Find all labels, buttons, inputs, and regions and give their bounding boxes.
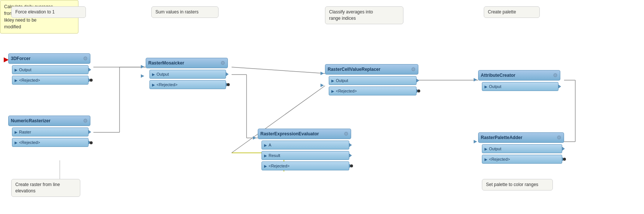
port-rasterexpression-rejected: ▶ <Rejected> [261,161,349,170]
gear-icon-rasterexpression[interactable]: ⚙ [344,131,349,137]
port-rastermosaicker-output: ▶ Output [149,70,226,79]
note-create-palette: Create palette [484,6,540,18]
left-arrow-mosaicker-mid: ▶ [141,73,144,78]
port-connector-right [416,78,419,83]
note-sum-values: Sum values in rasters [151,6,219,18]
dot-rasterexpression [350,164,353,167]
left-arrow-paletteadder: ▶ [474,139,477,144]
port-arrow-icon: ▶ [331,89,334,93]
gear-icon-3dforcer[interactable]: ⚙ [83,56,88,62]
port-arrow-icon: ▶ [152,72,155,76]
left-arrow-mosaicker-top: ▶ [141,64,144,69]
svg-line-4 [232,67,325,73]
port-arrow-icon: ▶ [15,130,18,134]
note-set-palette: Set palette to color ranges [482,179,553,191]
note-create-raster: Create raster from line elevations [11,179,80,197]
port-connector-right [558,84,561,89]
port-numericrasterizer-raster: ▶ Raster [12,128,89,136]
workflow-canvas: Force elevation to 1 Sum values in raste… [0,0,644,214]
dot-rasterpaletteadder [563,158,566,161]
port-arrow-icon: ▶ [484,85,487,89]
port-arrow-icon: ▶ [264,143,267,147]
port-connector-right [88,130,91,134]
transformer-rasterpaletteadder[interactable]: RasterPaletteAdder ⚙ [478,132,564,143]
port-arrow-icon: ▶ [264,154,267,158]
port-rastermosaicker-rejected: ▶ <Rejected> [149,80,226,89]
port-arrow-icon: ▶ [152,83,155,87]
dot-numericrasterizer [90,141,93,144]
port-arrow-icon: ▶ [264,164,267,168]
port-connector-right [226,72,229,76]
port-arrow-icon: ▶ [331,79,334,83]
port-connector-right [88,67,91,72]
port-rasterpaletteadder-rejected: ▶ <Rejected> [482,155,562,164]
left-arrow-attrcreator: ▶ [474,77,477,82]
transformer-attributecreator[interactable]: AttributeCreator ⚙ [478,70,560,81]
port-arrow-icon: ▶ [484,157,487,161]
gear-icon-attributecreator[interactable]: ⚙ [553,72,558,78]
port-arrow-icon: ▶ [15,78,18,82]
port-connector-right [349,153,352,158]
port-connector-right [562,147,565,151]
port-numericrasterizer-rejected: ▶ <Rejected> [12,138,89,147]
port-connector-right [349,143,352,147]
port-arrow-icon: ▶ [15,68,18,72]
port-rasterexpression-result: ▶ Result [261,151,349,160]
note-force-elevation: Force elevation to 1 [11,6,86,18]
transformer-rasterexpression[interactable]: RasterExpressionEvaluator ⚙ [258,129,351,139]
start-arrow-icon: ▶ [4,56,8,63]
port-arrow-icon: ▶ [15,141,18,145]
transformer-3dforcer[interactable]: 3DForcer ⚙ [8,53,90,64]
dot-3dforcer [90,79,93,82]
left-arrow-cellvalue-top: ▶ [321,70,324,76]
port-arrow-icon: ▶ [484,147,487,151]
left-arrow-expression-a: ▶ [253,135,256,140]
gear-icon-numericrasterizer[interactable]: ⚙ [83,118,88,124]
transformer-rastercellvalue[interactable]: RasterCellValueReplacer ⚙ [325,64,418,75]
gear-icon-rasterpaletteadder[interactable]: ⚙ [557,135,561,141]
port-3dforcer-rejected: ▶ <Rejected> [12,76,89,85]
port-rastercellvalue-rejected: ▶ <Rejected> [329,86,417,95]
transformer-numericrasterizer[interactable]: NumericRasterizer ⚙ [8,116,90,126]
dot-rastercellvalue [417,89,420,92]
port-attributecreator-output: ▶ Output [482,82,558,91]
port-3dforcer-output: ▶ Output [12,65,89,74]
port-rasterpaletteadder-output: ▶ Output [482,144,562,153]
dot-rastermosaicker [227,83,230,86]
transformer-rastermosaicker[interactable]: RasterMosaicker ⚙ [146,58,228,68]
port-rastercellvalue-output: ▶ Output [329,76,417,85]
gear-icon-rastermosaicker[interactable]: ⚙ [220,60,225,66]
note-classify-averages: Classify averages into range indices [325,6,403,24]
left-arrow-cellvalue-mid: ▶ [321,82,324,88]
port-rasterexpression-a: ▶ A [261,141,349,150]
gear-icon-rastercellvalue[interactable]: ⚙ [411,66,416,72]
